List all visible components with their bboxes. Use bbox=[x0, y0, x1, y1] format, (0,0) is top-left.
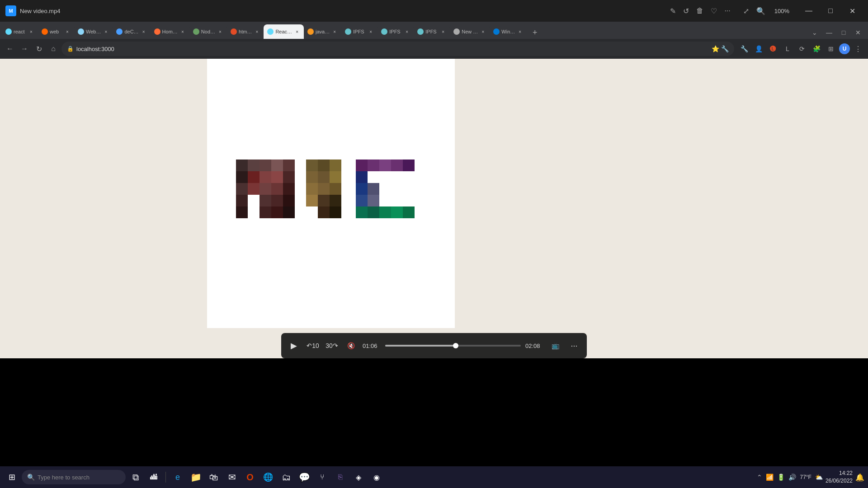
browser-close-button[interactable]: ✕ bbox=[852, 26, 864, 39]
annotation-icon[interactable]: ✎ bbox=[670, 7, 676, 15]
tab-close-new[interactable]: × bbox=[480, 28, 486, 35]
tab-react2[interactable]: Reac… × bbox=[264, 24, 304, 39]
volume-button[interactable]: 🔇 bbox=[344, 338, 358, 353]
more-options-icon[interactable]: ··· bbox=[724, 7, 730, 15]
close-button[interactable]: ✕ bbox=[842, 4, 863, 18]
taskbar-search[interactable]: 🔍 Type here to search bbox=[22, 470, 126, 484]
taskbar-app3-icon[interactable]: ◉ bbox=[368, 469, 385, 485]
start-button[interactable]: ⊞ bbox=[4, 469, 20, 485]
tab-close-react2[interactable]: × bbox=[294, 28, 300, 35]
tab-close-webpack[interactable]: × bbox=[103, 28, 109, 35]
tab-close-hom[interactable]: × bbox=[179, 28, 186, 35]
tab-dec[interactable]: deC… × bbox=[113, 24, 150, 39]
more-controls-button[interactable]: ··· bbox=[567, 338, 581, 353]
reload-button[interactable]: ↻ bbox=[33, 42, 45, 55]
color1-icon[interactable]: 🅛 bbox=[767, 42, 779, 55]
taskbar-explorer-icon[interactable]: 📁 bbox=[188, 469, 204, 485]
tab-java[interactable]: java… × bbox=[304, 24, 341, 39]
tab-close-ipfs2[interactable]: × bbox=[404, 28, 410, 35]
puzzle-icon[interactable]: 🧩 bbox=[810, 42, 823, 55]
svg-rect-29 bbox=[318, 183, 330, 195]
tab-close-ipfs1[interactable]: × bbox=[368, 28, 374, 35]
favorite-icon[interactable]: ♡ bbox=[711, 7, 717, 15]
delete-icon[interactable]: 🗑 bbox=[696, 7, 703, 15]
browser-minimize-button[interactable]: — bbox=[823, 26, 835, 39]
svg-rect-3 bbox=[236, 195, 248, 206]
minimize-button[interactable]: — bbox=[798, 4, 819, 18]
tab-web[interactable]: web × bbox=[38, 24, 74, 39]
bookmark-icon[interactable]: ⭐ bbox=[712, 45, 719, 52]
tab-ipfs1[interactable]: IPFS × bbox=[341, 24, 377, 39]
progress-bar[interactable] bbox=[385, 345, 521, 347]
tab-close-html[interactable]: × bbox=[254, 28, 260, 35]
tab-hom[interactable]: Hom… × bbox=[151, 24, 189, 39]
forward-30-button[interactable]: 30↷ bbox=[325, 338, 339, 353]
tray-network-icon[interactable]: 📶 bbox=[766, 474, 774, 481]
play-button[interactable]: ▶ bbox=[287, 338, 301, 353]
maximize-button[interactable]: □ bbox=[820, 4, 841, 18]
tab-icon-html bbox=[231, 28, 237, 35]
tray-weather-icon[interactable]: ⛅ bbox=[815, 474, 823, 481]
clock-date: 26/06/2022 bbox=[826, 477, 853, 485]
color2-icon[interactable]: L bbox=[781, 42, 794, 55]
tab-webpack[interactable]: Web… × bbox=[74, 24, 113, 39]
tab-close-dec[interactable]: × bbox=[141, 28, 147, 35]
back-button[interactable]: ← bbox=[4, 42, 16, 55]
taskbar-store-icon[interactable]: 🛍 bbox=[206, 469, 222, 485]
notification-button[interactable]: 🔔 bbox=[855, 473, 864, 482]
rewind-10-button[interactable]: ↶10 bbox=[306, 338, 320, 353]
tray-arrow-icon[interactable]: ⌃ bbox=[757, 474, 762, 481]
taskbar-app2-icon[interactable]: ◈ bbox=[350, 469, 367, 485]
taskbar-files-icon[interactable]: 🗂 bbox=[278, 469, 294, 485]
tab-react[interactable]: react × bbox=[2, 24, 38, 39]
system-clock[interactable]: 14:22 26/06/2022 bbox=[826, 469, 853, 485]
profile-button[interactable]: 👤 bbox=[752, 42, 765, 55]
tab-icon-hom bbox=[154, 28, 160, 35]
rotate-icon[interactable]: ↺ bbox=[683, 7, 689, 15]
forward-button[interactable]: → bbox=[18, 42, 31, 55]
search-placeholder: Type here to search bbox=[38, 474, 90, 481]
tab-close-nod[interactable]: × bbox=[217, 28, 223, 35]
tab-close-react[interactable]: × bbox=[28, 28, 34, 35]
tab-win[interactable]: Win… × bbox=[490, 24, 527, 39]
browser-maximize-button[interactable]: □ bbox=[837, 26, 850, 39]
user-profile-button[interactable]: U bbox=[839, 43, 850, 54]
tab-icon-ipfs1 bbox=[345, 28, 351, 35]
tab-ipfs2[interactable]: IPFS × bbox=[377, 24, 414, 39]
chrome-menu-button[interactable]: ⋮ bbox=[852, 42, 864, 55]
tab-close-java[interactable]: × bbox=[331, 28, 338, 35]
tab-close-ipfs3[interactable]: × bbox=[440, 28, 446, 35]
sync-icon[interactable]: ⟳ bbox=[796, 42, 808, 55]
svg-rect-45 bbox=[356, 206, 368, 218]
fullscreen-button[interactable]: 📺 bbox=[548, 338, 562, 353]
tab-list-button[interactable]: ⌄ bbox=[808, 26, 821, 39]
tab-nod[interactable]: Nod… × bbox=[189, 24, 227, 39]
home-button[interactable]: ⌂ bbox=[47, 42, 60, 55]
taskbar-chrome-icon[interactable]: 🌐 bbox=[260, 469, 276, 485]
widgets-button[interactable]: 🏙 bbox=[146, 469, 162, 485]
svg-rect-18 bbox=[283, 160, 295, 171]
taskbar-discord-icon[interactable]: 💬 bbox=[296, 469, 312, 485]
zoom-out-icon[interactable]: 🔍 bbox=[756, 7, 765, 15]
expand-icon[interactable]: ⤢ bbox=[743, 7, 749, 15]
tab-new[interactable]: New … × bbox=[450, 24, 490, 39]
tray-battery-icon[interactable]: 🔋 bbox=[777, 474, 785, 481]
taskbar-mail-icon[interactable]: ✉ bbox=[224, 469, 240, 485]
tab-ipfs3[interactable]: IPFS × bbox=[414, 24, 450, 39]
address-input[interactable]: 🔒 localhost:3000 ⭐ 🔧 bbox=[61, 42, 734, 56]
tab-close-win[interactable]: × bbox=[517, 28, 523, 35]
taskbar-office-icon[interactable]: O bbox=[242, 469, 258, 485]
svg-rect-35 bbox=[330, 195, 341, 206]
tab-close-web[interactable]: × bbox=[64, 28, 71, 35]
task-view-button[interactable]: ⧉ bbox=[127, 469, 144, 485]
svg-rect-37 bbox=[356, 160, 368, 171]
taskbar-edge-icon[interactable]: e bbox=[170, 469, 186, 485]
tab-html[interactable]: htm… × bbox=[227, 24, 264, 39]
taskbar-git-icon[interactable]: ⑂ bbox=[314, 469, 330, 485]
extensions-toolbar-icon[interactable]: 🔧 bbox=[738, 42, 750, 55]
taskbar-vs-icon[interactable]: ⎘ bbox=[332, 469, 349, 485]
tray-volume-icon[interactable]: 🔊 bbox=[788, 474, 796, 481]
grid-icon[interactable]: ⊞ bbox=[825, 42, 837, 55]
extensions-icon[interactable]: 🔧 bbox=[721, 45, 729, 52]
new-tab-button[interactable]: + bbox=[528, 26, 541, 39]
